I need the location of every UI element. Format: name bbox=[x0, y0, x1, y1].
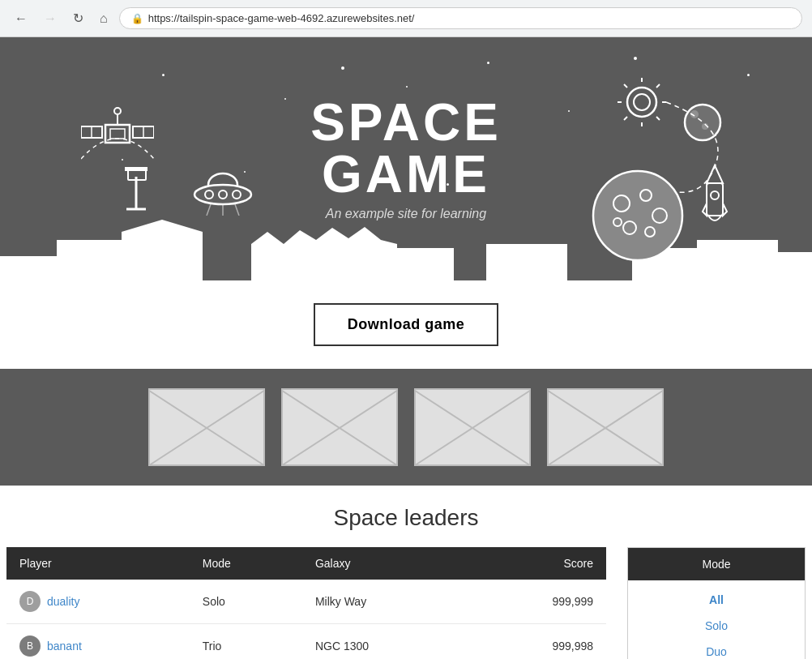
forward-button[interactable]: → bbox=[39, 8, 62, 29]
svg-marker-50 bbox=[770, 252, 812, 280]
lamp-icon bbox=[120, 160, 152, 217]
leaderboard-layout: Player Mode Galaxy Score D duality Solo … bbox=[0, 547, 812, 659]
svg-marker-46 bbox=[389, 248, 454, 280]
screenshot-1 bbox=[148, 388, 265, 466]
mode-cell-1: Trio bbox=[190, 624, 302, 660]
mode-filter-option-all[interactable]: All bbox=[628, 587, 805, 613]
galaxy-cell-0: Milky Way bbox=[302, 580, 468, 624]
svg-marker-44 bbox=[122, 220, 203, 280]
col-score: Score bbox=[468, 547, 606, 580]
download-button[interactable]: Download game bbox=[314, 303, 499, 346]
player-avatar-1: B bbox=[19, 635, 41, 657]
svg-line-25 bbox=[656, 84, 660, 88]
svg-point-7 bbox=[114, 108, 121, 114]
score-cell-0: 999,999 bbox=[468, 580, 606, 624]
svg-point-17 bbox=[627, 88, 656, 117]
score-cell-1: 999,998 bbox=[468, 624, 606, 660]
mode-filter-options: AllSoloDuoTrio bbox=[628, 580, 805, 659]
svg-rect-1 bbox=[110, 129, 125, 139]
page-content: SPACE GAME An example site for learning … bbox=[0, 37, 812, 659]
mode-filter-option-duo[interactable]: Duo bbox=[628, 639, 805, 659]
filter-panel: Mode AllSoloDuoTrio Galaxy bbox=[627, 547, 806, 659]
mode-filter-option-solo[interactable]: Solo bbox=[628, 613, 805, 639]
svg-marker-42 bbox=[0, 256, 65, 280]
svg-line-26 bbox=[624, 117, 627, 120]
svg-line-23 bbox=[624, 84, 627, 88]
section-title: Space leaders bbox=[0, 505, 812, 531]
svg-marker-40 bbox=[703, 203, 707, 216]
lock-icon: 🔒 bbox=[131, 13, 143, 24]
hero-title: SPACE GAME bbox=[310, 96, 502, 200]
mode-filter-box: Mode AllSoloDuoTrio bbox=[627, 547, 806, 659]
reload-button[interactable]: ↻ bbox=[68, 7, 88, 29]
leaderboard-table: Player Mode Galaxy Score D duality Solo … bbox=[6, 547, 606, 659]
player-cell-0: D duality bbox=[6, 580, 190, 624]
mode-filter-header: Mode bbox=[628, 548, 805, 580]
leaderboard-table-wrap: Player Mode Galaxy Score D duality Solo … bbox=[6, 547, 614, 659]
hero-title-area: SPACE GAME An example site for learning bbox=[310, 96, 502, 221]
col-mode: Mode bbox=[190, 547, 302, 580]
mode-cell-0: Solo bbox=[190, 580, 302, 624]
svg-marker-47 bbox=[486, 244, 567, 280]
satellite-icon bbox=[81, 102, 154, 167]
screenshots-banner bbox=[0, 369, 812, 486]
screenshot-3 bbox=[414, 388, 531, 466]
planets-area bbox=[569, 78, 747, 280]
download-area: Download game bbox=[0, 280, 812, 369]
back-button[interactable]: ← bbox=[10, 8, 32, 29]
svg-point-39 bbox=[711, 191, 719, 199]
svg-point-13 bbox=[194, 185, 251, 204]
leaderboard-section: Space leaders Player Mode Galaxy Score bbox=[0, 486, 812, 659]
ufo-icon bbox=[186, 159, 259, 216]
table-row: D duality Solo Milky Way 999,999 bbox=[6, 580, 606, 624]
table-row: B banant Trio NGC 1300 999,998 bbox=[6, 624, 606, 660]
address-bar[interactable]: 🔒 https://tailspin-space-game-web-4692.a… bbox=[119, 7, 802, 29]
col-player: Player bbox=[6, 547, 190, 580]
player-cell-1: B banant bbox=[6, 624, 190, 660]
svg-point-27 bbox=[685, 105, 720, 140]
player-avatar-0: D bbox=[19, 591, 41, 612]
screenshot-4 bbox=[547, 388, 664, 466]
hero-subtitle: An example site for learning bbox=[310, 207, 502, 221]
svg-marker-45 bbox=[251, 227, 397, 280]
galaxy-cell-1: NGC 1300 bbox=[302, 624, 468, 660]
svg-marker-43 bbox=[57, 240, 130, 280]
svg-point-18 bbox=[634, 94, 650, 110]
svg-line-24 bbox=[656, 117, 660, 120]
planets-svg bbox=[569, 78, 747, 280]
svg-marker-41 bbox=[723, 203, 727, 216]
col-galaxy: Galaxy bbox=[302, 547, 468, 580]
svg-rect-10 bbox=[125, 167, 147, 171]
player-link-1[interactable]: banant bbox=[47, 640, 82, 653]
hero-banner: SPACE GAME An example site for learning bbox=[0, 37, 812, 280]
browser-chrome: ← → ↻ ⌂ 🔒 https://tailspin-space-game-we… bbox=[0, 0, 812, 37]
svg-point-30 bbox=[593, 171, 682, 260]
screenshot-2 bbox=[281, 388, 398, 466]
url-text: https://tailspin-space-game-web-4692.azu… bbox=[148, 12, 415, 24]
home-button[interactable]: ⌂ bbox=[95, 8, 113, 29]
player-link-0[interactable]: duality bbox=[47, 595, 79, 608]
